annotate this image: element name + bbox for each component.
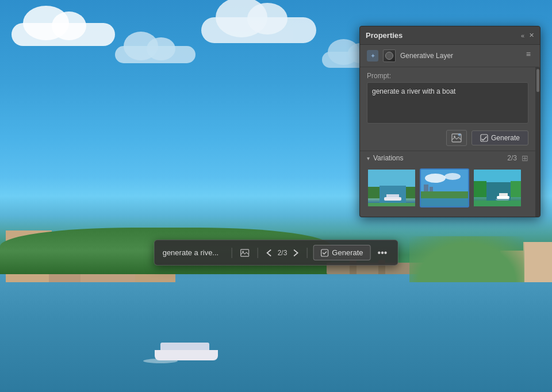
generate-icon: [320, 249, 328, 257]
prompt-label: Prompt:: [360, 67, 535, 82]
toolbar-counter: 2/3: [277, 249, 289, 257]
svg-point-14: [425, 174, 446, 183]
toolbar-image-icon-button[interactable]: [238, 248, 252, 258]
svg-rect-0: [241, 249, 249, 256]
svg-rect-27: [474, 201, 522, 207]
generate-btn-label: Generate: [491, 134, 520, 142]
variation-thumbnail-1[interactable]: [367, 168, 416, 207]
panel-header: Properties « ✕: [360, 26, 540, 45]
boat: [155, 343, 218, 360]
layer-row: ✦ Generative Layer: [360, 45, 535, 67]
svg-rect-11: [386, 194, 399, 197]
variation-1-image: [368, 170, 415, 206]
svg-rect-8: [406, 187, 416, 198]
thumb-1-svg: [368, 170, 416, 207]
svg-rect-12: [368, 203, 416, 207]
properties-panel: Properties « ✕ ≡ ✦ Generative: [359, 26, 540, 217]
cloud-2: [115, 46, 195, 63]
hamburger-icon: ≡: [526, 49, 531, 59]
hills-right: [409, 236, 524, 282]
svg-rect-19: [430, 187, 433, 191]
toolbar-divider-1: [232, 248, 232, 258]
svg-rect-2: [321, 249, 328, 256]
more-dots-icon: •••: [378, 248, 388, 258]
prompt-textarea[interactable]: [367, 82, 528, 124]
svg-rect-25: [497, 196, 509, 199]
svg-rect-16: [421, 191, 469, 198]
panel-content: ≡ ✦ Generative Layer Prompt:: [360, 45, 535, 217]
reference-image-button[interactable]: [446, 130, 467, 146]
variations-header: ▾ Variations 2/3 ⊞: [360, 151, 535, 166]
layer-thumbnail: [383, 49, 396, 62]
svg-rect-18: [424, 185, 428, 191]
variation-2-image: [421, 170, 468, 206]
variation-thumbnail-3[interactable]: [473, 168, 522, 207]
generate-btn-icon: [480, 134, 488, 142]
sparkle-icon: ✦: [370, 52, 375, 60]
image-icon: [240, 249, 250, 257]
layer-name: Generative Layer: [400, 52, 528, 60]
panel-scrollbar-thumb: [536, 69, 539, 92]
panel-header-icons: « ✕: [521, 32, 534, 39]
cloud-3: [201, 17, 316, 43]
variations-chevron-icon[interactable]: ▾: [367, 155, 370, 162]
variation-thumbnail-2[interactable]: [420, 168, 469, 207]
generative-layer-icon: ✦: [367, 50, 378, 62]
panel-close-button[interactable]: ✕: [529, 32, 534, 39]
svg-rect-10: [384, 197, 401, 201]
panel-title: Properties: [366, 31, 402, 40]
thumbnails-row: [360, 166, 535, 212]
toolbar-generate-button[interactable]: Generate: [313, 245, 370, 260]
svg-rect-5: [481, 134, 488, 141]
svg-rect-7: [368, 187, 379, 198]
thumb-2-svg: [421, 170, 469, 207]
svg-rect-21: [474, 181, 486, 197]
variations-counter: 2/3: [507, 154, 517, 162]
chevron-left-icon: [266, 249, 272, 257]
svg-rect-26: [499, 193, 508, 196]
next-variation-button[interactable]: [290, 248, 301, 258]
svg-point-4: [454, 136, 455, 137]
toolbar-more-button[interactable]: •••: [375, 247, 390, 259]
variations-label: Variations: [373, 154, 403, 162]
cloud-1: [12, 23, 115, 46]
boat-body: [155, 350, 218, 360]
grid-view-icon[interactable]: ⊞: [522, 153, 528, 163]
toolbar-nav: 2/3: [264, 248, 301, 258]
thumb-3-svg: [474, 170, 522, 207]
chevron-right-icon: [293, 249, 298, 257]
toolbar-generate-label: Generate: [332, 248, 363, 257]
panel-menu-button[interactable]: ≡: [526, 49, 531, 59]
variations-right: 2/3 ⊞: [507, 153, 528, 163]
variations-left: ▾ Variations: [367, 154, 403, 162]
svg-rect-22: [511, 181, 522, 197]
svg-rect-17: [421, 198, 469, 207]
toolbar-prompt-text: generate a rive...: [163, 248, 226, 257]
variation-3-image: [474, 170, 521, 206]
toolbar-divider-3: [306, 248, 307, 258]
river-layer: [0, 274, 552, 392]
panel-collapse-button[interactable]: «: [521, 32, 524, 39]
toolbar-divider-2: [258, 248, 258, 258]
layer-thumb-circle: [385, 52, 393, 60]
generate-button[interactable]: Generate: [471, 130, 528, 145]
building-right-1: [523, 242, 552, 282]
panel-scrollbar[interactable]: [535, 67, 540, 217]
svg-rect-6: [368, 170, 416, 187]
ref-image-icon: [451, 133, 462, 143]
prev-variation-button[interactable]: [264, 248, 274, 258]
generate-row: Generate: [360, 125, 535, 151]
floating-toolbar: generate a rive... 2/3 Generate •••: [154, 240, 398, 266]
svg-point-15: [444, 173, 461, 180]
